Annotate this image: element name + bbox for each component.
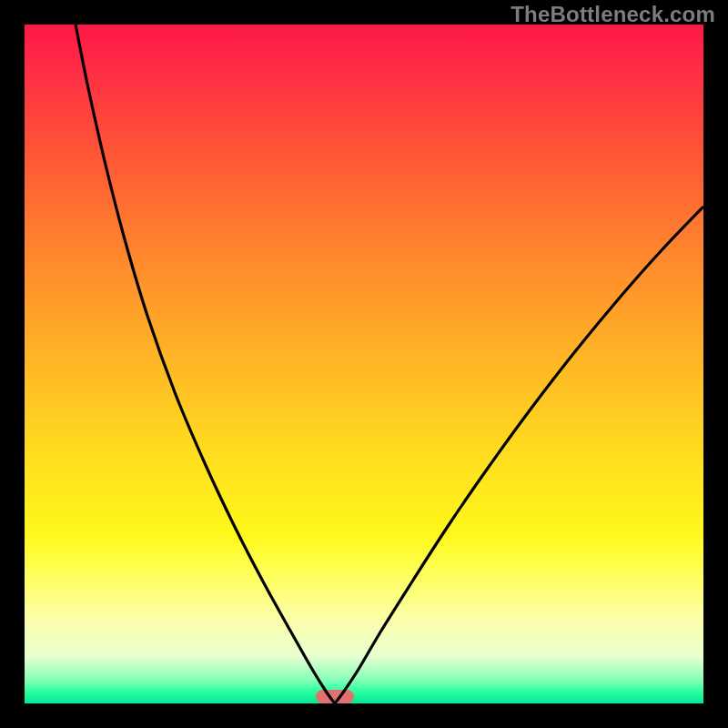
chart-frame: TheBottleneck.com bbox=[0, 0, 728, 728]
curve-left-branch bbox=[76, 25, 335, 703]
curve-right-branch bbox=[335, 207, 703, 703]
watermark-text: TheBottleneck.com bbox=[511, 2, 715, 27]
plot-area bbox=[25, 25, 703, 703]
bottleneck-curve bbox=[25, 25, 703, 703]
